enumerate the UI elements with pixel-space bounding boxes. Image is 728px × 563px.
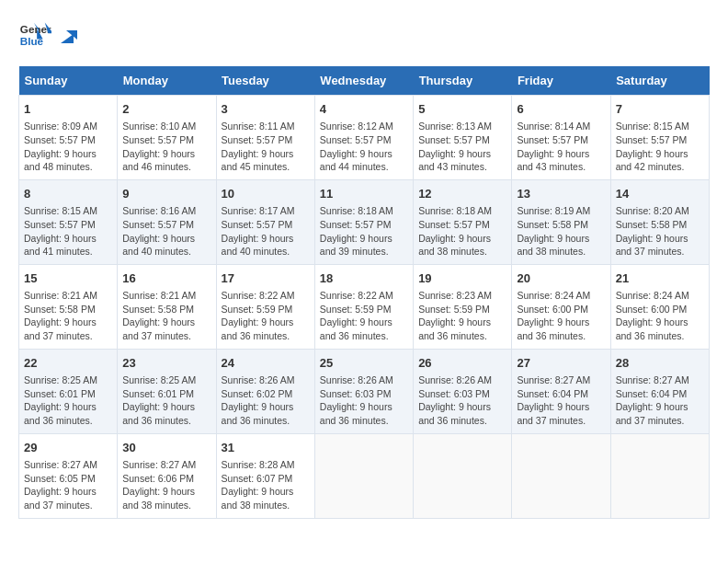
calendar-cell: 31Sunrise: 8:28 AMSunset: 6:07 PMDayligh… xyxy=(216,433,314,518)
day-number: 23 xyxy=(122,355,210,372)
cell-sun-info: Sunrise: 8:25 AMSunset: 6:01 PMDaylight:… xyxy=(24,373,112,428)
day-number: 27 xyxy=(517,355,605,372)
header-sunday: Sunday xyxy=(19,66,118,96)
calendar-cell: 30Sunrise: 8:27 AMSunset: 6:06 PMDayligh… xyxy=(118,433,216,518)
cell-sun-info: Sunrise: 8:09 AMSunset: 5:57 PMDaylight:… xyxy=(24,120,112,174)
calendar-cell: 14Sunrise: 8:20 AMSunset: 5:58 PMDayligh… xyxy=(610,179,709,264)
cell-sun-info: Sunrise: 8:17 AMSunset: 5:57 PMDaylight:… xyxy=(222,204,310,259)
day-number: 5 xyxy=(418,101,506,118)
calendar-cell: 21Sunrise: 8:24 AMSunset: 6:00 PMDayligh… xyxy=(610,264,709,349)
day-number: 25 xyxy=(320,355,408,372)
calendar-cell: 13Sunrise: 8:19 AMSunset: 5:58 PMDayligh… xyxy=(512,179,610,264)
logo-icon: General Blue xyxy=(18,18,51,52)
svg-marker-4 xyxy=(61,34,74,43)
cell-sun-info: Sunrise: 8:11 AMSunset: 5:57 PMDaylight:… xyxy=(222,120,310,174)
cell-sun-info: Sunrise: 8:27 AMSunset: 6:04 PMDaylight:… xyxy=(616,373,704,428)
day-number: 22 xyxy=(24,355,112,372)
calendar-cell: 8Sunrise: 8:15 AMSunset: 5:57 PMDaylight… xyxy=(19,179,118,264)
calendar-cell: 19Sunrise: 8:23 AMSunset: 5:59 PMDayligh… xyxy=(414,264,512,349)
cell-sun-info: Sunrise: 8:16 AMSunset: 5:57 PMDaylight:… xyxy=(122,204,210,259)
day-number: 16 xyxy=(122,270,210,287)
calendar-cell: 29Sunrise: 8:27 AMSunset: 6:05 PMDayligh… xyxy=(19,433,118,518)
day-number: 7 xyxy=(616,101,704,118)
calendar-cell xyxy=(314,433,413,518)
calendar-week-row: 22Sunrise: 8:25 AMSunset: 6:01 PMDayligh… xyxy=(19,349,710,433)
calendar-cell: 18Sunrise: 8:22 AMSunset: 5:59 PMDayligh… xyxy=(314,264,413,349)
calendar-cell: 28Sunrise: 8:27 AMSunset: 6:04 PMDayligh… xyxy=(610,349,709,433)
cell-sun-info: Sunrise: 8:18 AMSunset: 5:57 PMDaylight:… xyxy=(320,204,408,259)
day-number: 4 xyxy=(320,101,408,118)
calendar-cell xyxy=(610,433,709,518)
day-number: 17 xyxy=(222,270,310,287)
page-header: General Blue xyxy=(18,18,710,52)
cell-sun-info: Sunrise: 8:19 AMSunset: 5:58 PMDaylight:… xyxy=(517,204,605,259)
cell-sun-info: Sunrise: 8:27 AMSunset: 6:05 PMDaylight:… xyxy=(24,458,112,512)
cell-sun-info: Sunrise: 8:12 AMSunset: 5:57 PMDaylight:… xyxy=(320,120,408,174)
cell-sun-info: Sunrise: 8:23 AMSunset: 5:59 PMDaylight:… xyxy=(418,289,506,343)
day-number: 30 xyxy=(122,440,210,456)
header-thursday: Thursday xyxy=(414,66,512,96)
day-number: 3 xyxy=(222,101,310,118)
calendar-week-row: 1Sunrise: 8:09 AMSunset: 5:57 PMDaylight… xyxy=(19,96,710,180)
cell-sun-info: Sunrise: 8:21 AMSunset: 5:58 PMDaylight:… xyxy=(24,289,112,343)
cell-sun-info: Sunrise: 8:18 AMSunset: 5:57 PMDaylight:… xyxy=(418,204,506,259)
calendar-cell: 16Sunrise: 8:21 AMSunset: 5:58 PMDayligh… xyxy=(118,264,216,349)
calendar-cell: 15Sunrise: 8:21 AMSunset: 5:58 PMDayligh… xyxy=(19,264,118,349)
cell-sun-info: Sunrise: 8:20 AMSunset: 5:58 PMDaylight:… xyxy=(616,204,704,259)
calendar-cell: 20Sunrise: 8:24 AMSunset: 6:00 PMDayligh… xyxy=(512,264,610,349)
calendar-cell: 2Sunrise: 8:10 AMSunset: 5:57 PMDaylight… xyxy=(118,96,216,180)
day-number: 19 xyxy=(418,270,506,287)
day-number: 10 xyxy=(222,186,310,202)
logo: General Blue xyxy=(18,18,77,52)
cell-sun-info: Sunrise: 8:13 AMSunset: 5:57 PMDaylight:… xyxy=(418,120,506,174)
calendar-cell: 4Sunrise: 8:12 AMSunset: 5:57 PMDaylight… xyxy=(314,96,413,180)
day-number: 21 xyxy=(616,270,704,287)
day-number: 12 xyxy=(418,186,506,202)
calendar-cell: 11Sunrise: 8:18 AMSunset: 5:57 PMDayligh… xyxy=(314,179,413,264)
calendar-cell: 9Sunrise: 8:16 AMSunset: 5:57 PMDaylight… xyxy=(118,179,216,264)
calendar-cell: 27Sunrise: 8:27 AMSunset: 6:04 PMDayligh… xyxy=(512,349,610,433)
day-number: 6 xyxy=(517,101,605,118)
calendar-cell: 6Sunrise: 8:14 AMSunset: 5:57 PMDaylight… xyxy=(512,96,610,180)
day-number: 24 xyxy=(222,355,310,372)
calendar-cell: 26Sunrise: 8:26 AMSunset: 6:03 PMDayligh… xyxy=(414,349,512,433)
day-number: 8 xyxy=(24,186,112,202)
day-number: 29 xyxy=(24,440,112,456)
calendar-cell xyxy=(414,433,512,518)
day-number: 2 xyxy=(122,101,210,118)
calendar-cell: 10Sunrise: 8:17 AMSunset: 5:57 PMDayligh… xyxy=(216,179,314,264)
day-number: 15 xyxy=(24,270,112,287)
header-saturday: Saturday xyxy=(610,66,709,96)
calendar-cell: 5Sunrise: 8:13 AMSunset: 5:57 PMDaylight… xyxy=(414,96,512,180)
header-tuesday: Tuesday xyxy=(216,66,314,96)
day-number: 28 xyxy=(616,355,704,372)
header-monday: Monday xyxy=(118,66,216,96)
cell-sun-info: Sunrise: 8:26 AMSunset: 6:02 PMDaylight:… xyxy=(222,373,310,428)
cell-sun-info: Sunrise: 8:24 AMSunset: 6:00 PMDaylight:… xyxy=(616,289,704,343)
calendar-week-row: 8Sunrise: 8:15 AMSunset: 5:57 PMDaylight… xyxy=(19,179,710,264)
cell-sun-info: Sunrise: 8:27 AMSunset: 6:04 PMDaylight:… xyxy=(517,373,605,428)
day-number: 20 xyxy=(517,270,605,287)
cell-sun-info: Sunrise: 8:28 AMSunset: 6:07 PMDaylight:… xyxy=(222,458,310,512)
logo-triangle-icon xyxy=(57,27,77,47)
day-number: 26 xyxy=(418,355,506,372)
day-number: 13 xyxy=(517,186,605,202)
calendar-cell xyxy=(512,433,610,518)
cell-sun-info: Sunrise: 8:25 AMSunset: 6:01 PMDaylight:… xyxy=(122,373,210,428)
calendar-cell: 1Sunrise: 8:09 AMSunset: 5:57 PMDaylight… xyxy=(19,96,118,180)
calendar-cell: 22Sunrise: 8:25 AMSunset: 6:01 PMDayligh… xyxy=(19,349,118,433)
header-wednesday: Wednesday xyxy=(314,66,413,96)
cell-sun-info: Sunrise: 8:15 AMSunset: 5:57 PMDaylight:… xyxy=(616,120,704,174)
cell-sun-info: Sunrise: 8:26 AMSunset: 6:03 PMDaylight:… xyxy=(418,373,506,428)
calendar-cell: 17Sunrise: 8:22 AMSunset: 5:59 PMDayligh… xyxy=(216,264,314,349)
day-number: 11 xyxy=(320,186,408,202)
calendar-cell: 23Sunrise: 8:25 AMSunset: 6:01 PMDayligh… xyxy=(118,349,216,433)
cell-sun-info: Sunrise: 8:26 AMSunset: 6:03 PMDaylight:… xyxy=(320,373,408,428)
calendar-header-row: SundayMondayTuesdayWednesdayThursdayFrid… xyxy=(19,66,710,96)
calendar-cell: 25Sunrise: 8:26 AMSunset: 6:03 PMDayligh… xyxy=(314,349,413,433)
cell-sun-info: Sunrise: 8:10 AMSunset: 5:57 PMDaylight:… xyxy=(122,120,210,174)
calendar-week-row: 15Sunrise: 8:21 AMSunset: 5:58 PMDayligh… xyxy=(19,264,710,349)
calendar-table: SundayMondayTuesdayWednesdayThursdayFrid… xyxy=(18,66,710,519)
cell-sun-info: Sunrise: 8:21 AMSunset: 5:58 PMDaylight:… xyxy=(122,289,210,343)
cell-sun-info: Sunrise: 8:22 AMSunset: 5:59 PMDaylight:… xyxy=(222,289,310,343)
